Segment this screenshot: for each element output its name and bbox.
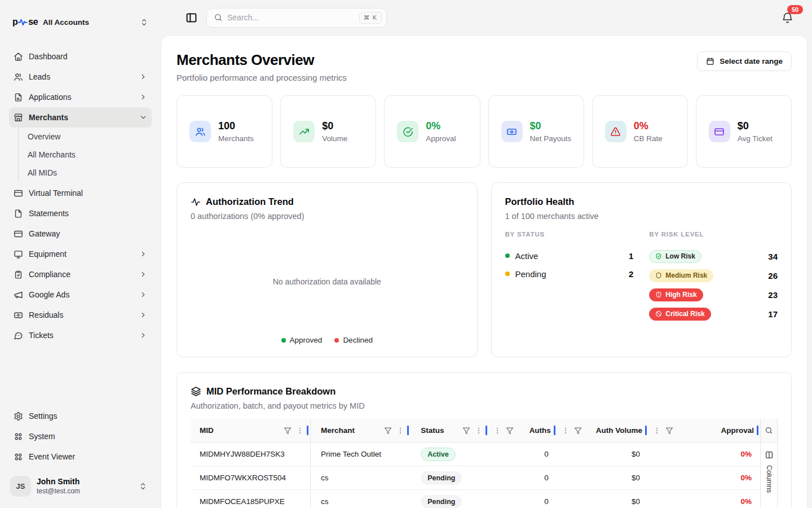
- cell-merchant: cs: [311, 497, 411, 506]
- message-icon: [14, 331, 23, 340]
- status-badge: Pending: [421, 471, 462, 485]
- columns-panel-label: Columns: [765, 465, 773, 493]
- avatar: JS: [10, 476, 31, 497]
- filter-icon[interactable]: [462, 427, 470, 435]
- cell-approval: 0%: [648, 497, 760, 506]
- chevron-right-icon: [139, 93, 147, 101]
- column-header-auths[interactable]: Auths: [489, 419, 557, 442]
- sidebar-item-label: Virtual Terminal: [29, 189, 83, 198]
- sidebar-item-compliance[interactable]: Compliance: [9, 264, 152, 284]
- column-header-mid[interactable]: MID: [191, 419, 311, 442]
- submenu-item-all-mids[interactable]: All MIDs: [19, 164, 152, 182]
- risk-pill-critical: Critical Risk: [649, 308, 710, 321]
- submenu-item-all-merchants[interactable]: All Merchants: [19, 146, 152, 164]
- column-menu-icon[interactable]: [653, 427, 661, 435]
- filter-icon[interactable]: [506, 427, 514, 435]
- sidebar-item-tickets[interactable]: Tickets: [9, 325, 152, 345]
- cell-value: 0%: [648, 497, 760, 506]
- legend-label: Declined: [343, 336, 373, 344]
- stat-card-approval: 0% Approval: [384, 95, 480, 168]
- cell-status: Active: [411, 448, 488, 461]
- risk-count: 17: [768, 309, 778, 319]
- by-status-header: BY STATUS: [505, 231, 634, 238]
- column-resize-handle[interactable]: [554, 426, 555, 435]
- status-label: Pending: [515, 269, 546, 279]
- sidebar-item-label: Residuals: [29, 310, 63, 319]
- stat-value: $0: [322, 120, 347, 133]
- submenu-item-overview[interactable]: Overview: [19, 128, 152, 146]
- sidebar-item-gateway[interactable]: Gateway: [9, 224, 152, 244]
- cell-value: $0: [557, 450, 648, 458]
- panel-title: MID Performance Breakdown: [206, 386, 336, 397]
- risk-count: 23: [768, 290, 778, 300]
- stat-label: Net Payouts: [530, 134, 572, 143]
- search-box[interactable]: ⌘ K: [206, 8, 387, 28]
- sidebar-item-leads[interactable]: Leads: [9, 67, 152, 87]
- stat-card-net-payouts: $0 Net Payouts: [488, 95, 584, 168]
- cell-merchant: cs: [311, 474, 411, 482]
- filter-icon[interactable]: [574, 427, 582, 435]
- column-header-approval[interactable]: Approval: [648, 419, 760, 442]
- column-header-status[interactable]: Status: [411, 419, 488, 442]
- sidebar-item-event-viewer[interactable]: Event Viewer: [9, 446, 152, 467]
- status-label: Active: [515, 251, 539, 261]
- table-row[interactable]: MIDMFOCEA185PUPXE cs Pending 0 $0 0%: [191, 490, 760, 508]
- sidebar-item-label: Dashboard: [29, 52, 68, 61]
- chevron-right-icon: [139, 331, 147, 339]
- column-menu-icon[interactable]: [493, 427, 501, 435]
- search-icon: [765, 426, 773, 435]
- search-input[interactable]: [227, 13, 355, 22]
- column-resize-handle[interactable]: [757, 426, 758, 435]
- chevrons-up-down-icon: [139, 482, 147, 491]
- table-row[interactable]: MIDMFO7WKXROST504 cs Pending 0 $0 0%: [191, 466, 760, 490]
- sidebar-item-merchants[interactable]: Merchants: [9, 107, 152, 128]
- panel-title: Authorization Trend: [206, 196, 294, 207]
- sidebar-item-label: Leads: [29, 72, 50, 81]
- grid-search-button[interactable]: [761, 419, 777, 443]
- user-menu[interactable]: JS John Smith test@test.com: [9, 474, 152, 499]
- column-resize-handle[interactable]: [645, 426, 647, 435]
- chevron-right-icon: [139, 250, 147, 258]
- column-label: MID: [200, 426, 214, 435]
- sidebar-item-residuals[interactable]: Residuals: [9, 305, 152, 325]
- columns-panel-toggle[interactable]: Columns: [765, 443, 774, 493]
- column-resize-handle[interactable]: [486, 426, 487, 435]
- status-row-active: Active 1: [505, 247, 634, 265]
- empty-chart-message: No authorization data available: [191, 277, 464, 286]
- column-resize-handle[interactable]: [407, 426, 409, 435]
- sidebar-item-label: Compliance: [29, 270, 70, 279]
- filter-icon[interactable]: [665, 427, 673, 435]
- sidebar-item-settings[interactable]: Settings: [9, 406, 152, 426]
- authorization-trend-panel: Authorization Trend 0 authorizations (0%…: [176, 182, 478, 357]
- cell-status: Pending: [411, 495, 488, 508]
- column-resize-handle[interactable]: [307, 426, 308, 435]
- sidebar-item-equipment[interactable]: Equipment: [9, 244, 152, 264]
- filter-icon[interactable]: [284, 427, 292, 435]
- date-range-button[interactable]: Select date range: [697, 51, 792, 71]
- filter-icon[interactable]: [384, 427, 392, 435]
- content-card: Merchants Overview Portfolio performance…: [161, 35, 807, 508]
- alert-triangle-icon: [605, 121, 626, 142]
- column-menu-icon[interactable]: [396, 427, 404, 435]
- sidebar-toggle-button[interactable]: [186, 12, 197, 24]
- column-label: Merchant: [321, 426, 355, 435]
- legend-declined: Declined: [334, 336, 373, 344]
- table-row[interactable]: MIDMHYJW88DEH7SK3 Prime Tech Outlet Acti…: [191, 443, 760, 466]
- column-header-merchant[interactable]: Merchant: [311, 419, 411, 442]
- users-icon: [14, 72, 23, 82]
- column-menu-icon[interactable]: [296, 427, 304, 435]
- pulse-logo: p se: [12, 17, 38, 27]
- column-menu-icon[interactable]: [562, 427, 570, 435]
- sidebar-item-applications[interactable]: Applications: [9, 87, 152, 107]
- sidebar-item-dashboard[interactable]: Dashboard: [9, 46, 152, 67]
- file-icon: [14, 209, 23, 218]
- sidebar-item-google-ads[interactable]: Google Ads: [9, 284, 152, 305]
- notifications-button[interactable]: 50: [781, 11, 794, 24]
- sidebar-item-system[interactable]: System: [9, 426, 152, 446]
- column-menu-icon[interactable]: [475, 427, 483, 435]
- column-header-auth-volume[interactable]: Auth Volume: [557, 419, 648, 442]
- sidebar-item-virtual-terminal[interactable]: Virtual Terminal: [9, 183, 152, 203]
- sidebar-item-statements[interactable]: Statements: [9, 203, 152, 224]
- account-switcher[interactable]: p se All Accounts: [9, 12, 152, 32]
- risk-pill-low: Low Risk: [649, 250, 701, 263]
